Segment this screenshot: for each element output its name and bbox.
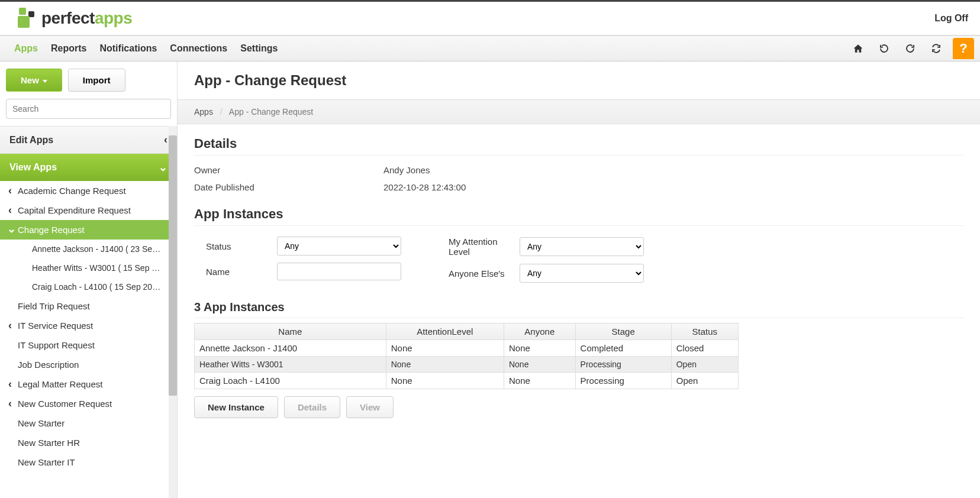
sidebar-item[interactable]: Annette Jackson - J1400 ( 23 Sep... [0,240,169,258]
help-button[interactable]: ? [953,38,974,59]
details-heading: Details [194,136,963,156]
sidebar: New Import Edit Apps ‹ View Apps ⌄ Acade… [0,62,178,498]
sidebar-item[interactable]: IT Support Request [0,335,169,355]
table-cell: Open [671,373,738,389]
new-instance-button[interactable]: New Instance [194,396,278,418]
instance-actions: New Instance Details View [194,396,963,418]
tab-reports[interactable]: Reports [51,36,86,61]
app-header: perfectapps Log Off [0,2,980,35]
home-icon[interactable] [846,37,870,60]
page-title: App - Change Request [178,62,980,99]
status-label: Status [206,241,271,251]
breadcrumb-current: App - Change Request [229,107,313,117]
main-navbar: Apps Reports Notifications Connections S… [0,35,980,62]
sidebar-item[interactable]: New Starter [0,413,169,433]
edit-apps-label: Edit Apps [9,135,53,145]
sidebar-actions: New Import [0,62,177,99]
table-cell: Open [671,357,738,373]
details-button[interactable]: Details [284,396,340,418]
refresh-right-icon[interactable] [898,37,922,60]
breadcrumb: Apps / App - Change Request [178,99,980,124]
owner-value: Andy Jones [383,165,430,175]
table-cell: Annette Jackson - J1400 [195,340,386,357]
anyone-select[interactable]: Any [520,264,644,283]
tab-apps[interactable]: Apps [14,36,38,61]
nav-icons: ? [846,37,974,60]
sidebar-item[interactable]: Academic Change Request [0,181,169,201]
search-wrap [0,99,177,126]
logo: perfectapps [12,7,132,30]
table-cell: None [386,340,504,357]
chevron-left-icon: ‹ [164,134,167,146]
search-input[interactable] [6,99,171,119]
logo-icon [12,7,36,30]
name-input[interactable] [277,263,401,280]
table-cell: Closed [671,340,738,357]
anyone-label: Anyone Else's [449,269,514,279]
view-button[interactable]: View [346,396,394,418]
sidebar-item[interactable]: Capital Expenditure Request [0,201,169,220]
sidebar-item[interactable]: New Customer Request [0,394,169,413]
table-header[interactable]: Name [195,324,386,340]
scrollbar-thumb[interactable] [169,135,177,396]
table-cell: None [504,373,575,389]
sidebar-item[interactable]: Legal Matter Request [0,374,169,394]
table-header[interactable]: Anyone [504,324,575,340]
sidebar-scroll: Edit Apps ‹ View Apps ⌄ Academic Change … [0,126,177,498]
date-label: Date Published [194,182,383,192]
sidebar-item[interactable]: New Starter IT [0,452,169,472]
import-button[interactable]: Import [68,69,125,92]
app-tree: Academic Change RequestCapital Expenditu… [0,181,177,472]
view-apps-label: View Apps [9,162,57,173]
sidebar-item[interactable]: Change Request [0,220,169,240]
tab-notifications[interactable]: Notifications [99,36,157,61]
name-label: Name [206,267,271,277]
logoff-link[interactable]: Log Off [934,13,968,24]
table-cell: Processing [575,373,671,389]
view-apps-section[interactable]: View Apps ⌄ [0,154,177,181]
sidebar-item[interactable]: Heather Witts - W3001 ( 15 Sep 2... [0,258,169,277]
sidebar-item[interactable]: Field Trip Request [0,296,169,316]
new-button[interactable]: New [6,69,62,92]
table-row[interactable]: Annette Jackson - J1400NoneNoneCompleted… [195,340,739,357]
chevron-down-icon: ⌄ [159,161,167,174]
nav-tabs: Apps Reports Notifications Connections S… [14,36,278,61]
instances-table: NameAttentionLevelAnyoneStageStatus Anne… [194,323,739,389]
count-heading: 3 App Instances [194,300,963,318]
sidebar-item[interactable]: Job Description [0,355,169,374]
attention-select[interactable]: Any [520,237,644,256]
main-panel: App - Change Request Apps / App - Change… [178,62,980,498]
tab-connections[interactable]: Connections [170,36,227,61]
table-cell: Heather Witts - W3001 [195,357,386,373]
instances-heading: App Instances [194,206,963,226]
body-layout: New Import Edit Apps ‹ View Apps ⌄ Acade… [0,62,980,498]
table-cell: None [386,357,504,373]
logo-text: perfectapps [41,9,132,28]
table-header[interactable]: Stage [575,324,671,340]
filters: Status Any Name My Attention Level Any A… [194,232,963,292]
table-row[interactable]: Craig Loach - L4100NoneNoneProcessingOpe… [195,373,739,389]
table-cell: Processing [575,357,671,373]
table-header[interactable]: AttentionLevel [386,324,504,340]
owner-label: Owner [194,165,383,175]
table-cell: Craig Loach - L4100 [195,373,386,389]
status-select[interactable]: Any [277,237,401,256]
table-cell: None [386,373,504,389]
sidebar-item[interactable]: Craig Loach - L4100 ( 15 Sep 202... [0,277,169,296]
breadcrumb-root[interactable]: Apps [194,107,213,117]
sync-icon[interactable] [924,37,948,60]
scrollbar-track[interactable] [169,126,177,498]
sidebar-item[interactable]: New Starter HR [0,433,169,452]
tab-settings[interactable]: Settings [240,36,278,61]
caret-down-icon [43,80,47,83]
table-row[interactable]: Heather Witts - W3001NoneNoneProcessingO… [195,357,739,373]
refresh-left-icon[interactable] [872,37,896,60]
table-cell: None [504,340,575,357]
date-row: Date Published 2022-10-28 12:43:00 [194,179,963,196]
content: Details Owner Andy Jones Date Published … [178,124,980,430]
sidebar-item[interactable]: IT Service Request [0,316,169,335]
date-value: 2022-10-28 12:43:00 [383,182,466,192]
owner-row: Owner Andy Jones [194,161,963,179]
table-header[interactable]: Status [671,324,738,340]
edit-apps-section[interactable]: Edit Apps ‹ [0,126,177,154]
